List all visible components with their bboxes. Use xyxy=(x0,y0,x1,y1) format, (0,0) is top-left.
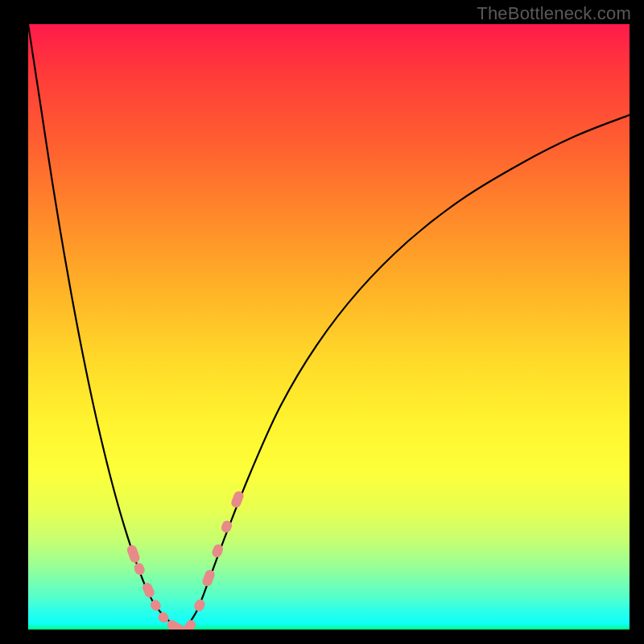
marker-group xyxy=(126,489,245,630)
marker-point xyxy=(201,568,217,588)
series-left-branch xyxy=(28,24,184,630)
marker-point xyxy=(149,598,163,613)
chart-frame: TheBottleneck.com xyxy=(0,0,644,644)
watermark-text: TheBottleneck.com xyxy=(477,3,631,24)
marker-point xyxy=(192,598,206,613)
marker-point xyxy=(141,581,156,599)
marker-point xyxy=(126,543,141,564)
marker-point xyxy=(181,618,197,630)
chart-svg xyxy=(28,24,630,630)
marker-point xyxy=(133,562,146,576)
series-right-branch xyxy=(184,115,630,630)
